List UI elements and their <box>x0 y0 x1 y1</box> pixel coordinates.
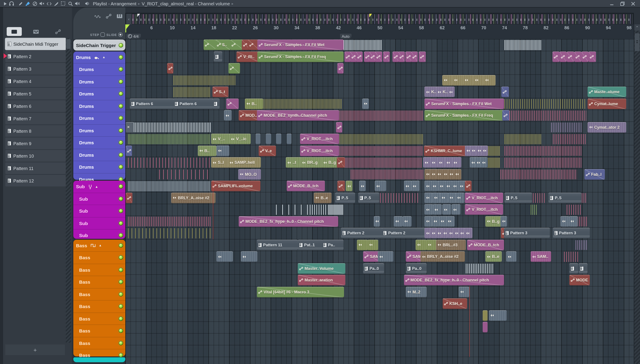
automation-clip[interactable] <box>567 51 574 62</box>
audio-clip[interactable] <box>425 216 433 226</box>
track-header-drums[interactable]: Drums <box>73 75 125 88</box>
dense-clips-region[interactable] <box>504 134 542 144</box>
automation-clip[interactable]: S..t <box>212 86 229 97</box>
automation-clip[interactable]: MODE_BE2_fx_hype_h..0 - Channel pitch <box>404 275 504 286</box>
track-mute-led[interactable] <box>119 209 123 213</box>
playback-speaker-icon[interactable] <box>84 0 90 7</box>
clip[interactable] <box>483 310 487 321</box>
audio-clip[interactable]: BR..g <box>300 157 323 168</box>
audio-clip[interactable] <box>433 204 442 215</box>
pattern-clip[interactable]: P..5 <box>358 192 379 203</box>
automation-clip[interactable] <box>126 146 132 156</box>
clip[interactable]: ✕ <box>126 122 134 132</box>
audio-clip[interactable]: B..g <box>485 216 502 226</box>
automation-clip[interactable]: V_RI.. <box>237 51 260 62</box>
pattern-list-item[interactable]: Pattern 3 <box>5 63 66 74</box>
automation-clip[interactable] <box>581 51 589 62</box>
pattern-clip[interactable] <box>214 51 222 62</box>
audio-clip[interactable] <box>489 310 507 321</box>
arrangement-overview-scrollbar[interactable]: ‹ <box>125 13 634 25</box>
dense-clips-region[interactable] <box>504 146 582 156</box>
track-header-drums[interactable]: Drums <box>73 161 125 173</box>
playlist-piano-icon[interactable] <box>116 12 123 20</box>
audio-clip[interactable] <box>453 75 465 86</box>
audio-clip[interactable] <box>448 192 457 203</box>
track-mute-led[interactable] <box>119 128 123 133</box>
next-track-group-strip[interactable] <box>73 357 125 362</box>
pattern-clip[interactable] <box>212 98 220 109</box>
track-header-bass[interactable]: Bass <box>73 337 125 349</box>
automation-clip[interactable]: MODE_B..tch <box>286 181 325 191</box>
track-mute-led[interactable] <box>119 280 123 284</box>
dense-clips-region[interactable] <box>351 169 423 179</box>
dense-clips-region[interactable] <box>128 134 211 144</box>
dense-clips-region[interactable] <box>338 146 423 156</box>
audio-clip[interactable]: MO..O <box>238 169 261 180</box>
pattern-clip[interactable]: Pat..1 <box>298 240 323 250</box>
track-header-sub[interactable]: Sub <box>73 192 125 205</box>
automation-clip[interactable] <box>383 51 390 62</box>
play-icon[interactable] <box>2 0 9 7</box>
automation-clip[interactable] <box>126 192 132 203</box>
audio-clip[interactable]: Cymat..ator 2 <box>587 122 626 132</box>
audio-clip[interactable] <box>346 181 352 191</box>
track-mute-led[interactable] <box>119 80 123 84</box>
audio-clip[interactable]: SAMP..hell <box>228 157 261 168</box>
automation-clip[interactable] <box>398 51 405 62</box>
track-header-drums[interactable]: Drums <box>73 63 125 75</box>
dense-clips-region[interactable] <box>553 134 586 144</box>
audio-clip[interactable] <box>411 181 419 191</box>
audio-clip[interactable] <box>481 157 488 168</box>
scroll-left-button[interactable]: ‹ <box>126 14 132 24</box>
automation-clip[interactable]: SAM.. <box>363 251 380 262</box>
select-tool-icon[interactable] <box>60 0 66 7</box>
automation-clip[interactable] <box>589 51 596 62</box>
arrangement-minimap[interactable] <box>132 14 632 24</box>
breadcrumb-playlist[interactable]: Playlist - Arrangement <box>93 1 136 6</box>
automation-clip[interactable] <box>337 63 344 74</box>
add-pattern-button[interactable]: + <box>5 344 65 355</box>
track-header-bass[interactable]: Bass <box>73 300 125 312</box>
pattern-list-scrollbar[interactable] <box>66 38 71 343</box>
audio-clip[interactable]: B..e <box>485 251 502 262</box>
automation-clip[interactable] <box>229 63 240 74</box>
audio-clip[interactable]: B.. <box>198 146 217 156</box>
automation-clip[interactable]: SerumFX - Samples - FX Fil Wet <box>425 98 504 109</box>
pattern-list-item[interactable]: Pattern 7 <box>5 113 66 124</box>
track-mute-led[interactable] <box>119 43 123 48</box>
audio-clip[interactable] <box>394 216 403 226</box>
track-mute-led[interactable] <box>119 353 123 358</box>
automation-clip[interactable] <box>501 86 509 97</box>
audio-clip[interactable] <box>224 110 232 121</box>
track-mute-led[interactable] <box>119 55 123 60</box>
audio-clip[interactable] <box>433 192 441 203</box>
clip[interactable] <box>255 134 261 144</box>
automation-clip[interactable]: Master..Volume <box>298 263 345 274</box>
track-header-drums[interactable]: Drums <box>73 88 125 100</box>
pattern-list-item[interactable]: Pattern 4 <box>5 76 66 87</box>
track-header-bass[interactable]: Bass <box>73 324 125 337</box>
track-mute-led[interactable] <box>119 243 123 248</box>
audio-clip[interactable] <box>357 240 368 250</box>
collapse-arrow-icon[interactable]: ▲ <box>99 244 102 247</box>
pattern-list-item[interactable]: Pattern 12 <box>5 175 66 186</box>
automation-clip[interactable]: MOD.. <box>239 110 259 121</box>
timeline-ruler[interactable]: 4/4 Auto 6101418222630343842465054586266… <box>125 24 634 40</box>
scroll-up-button[interactable]: ⌃ <box>634 24 640 31</box>
pattern-list-item[interactable]: Pattern 8 <box>5 125 66 137</box>
pattern-clip[interactable]: Pattern 3 <box>504 228 550 238</box>
auto-marker[interactable]: Auto <box>340 34 352 38</box>
track-mute-led[interactable] <box>119 329 123 333</box>
automation-clip[interactable] <box>419 51 426 62</box>
dense-clips-region[interactable] <box>128 228 211 238</box>
audio-clip[interactable] <box>425 204 434 215</box>
track-mute-led[interactable] <box>119 67 123 72</box>
dense-clips-region[interactable] <box>159 169 211 179</box>
vertical-scroll-handle[interactable] <box>635 33 639 51</box>
audio-clip[interactable] <box>359 181 366 191</box>
track-header-bass[interactable]: Bass <box>73 276 125 288</box>
automation-clip[interactable]: MODE.. <box>569 275 589 286</box>
track-header-drums[interactable]: Drums▲ <box>73 51 125 63</box>
track-mute-led[interactable] <box>119 292 123 296</box>
track-header-drums[interactable]: Drums <box>73 112 125 124</box>
